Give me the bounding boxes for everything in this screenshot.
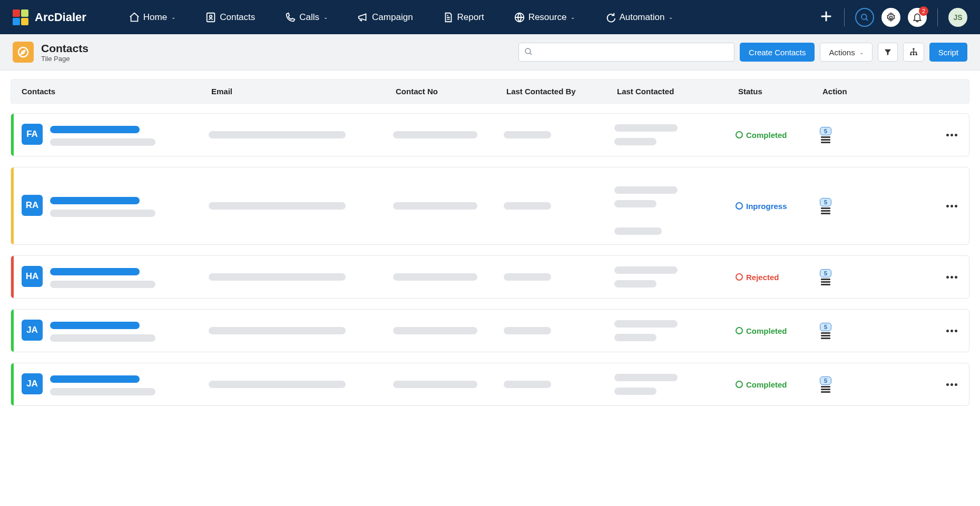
queue-action-button[interactable]: 5 bbox=[820, 198, 831, 214]
nav-home[interactable]: Home ⌄ bbox=[129, 12, 175, 23]
nav-automation[interactable]: Automation ⌄ bbox=[604, 12, 673, 23]
more-actions-button[interactable] bbox=[946, 205, 957, 207]
top-nav: ArcDialer Home ⌄ Contacts Calls ⌄ Campai… bbox=[0, 0, 980, 34]
home-icon bbox=[129, 12, 140, 23]
lastby-placeholder bbox=[504, 273, 551, 281]
col-last-contacted: Last Contacted bbox=[617, 87, 738, 96]
email-placeholder bbox=[209, 381, 346, 388]
lastcontacted-placeholder bbox=[614, 374, 678, 381]
queue-action-button[interactable]: 5 bbox=[820, 376, 831, 393]
actions-label: Actions bbox=[829, 48, 855, 57]
table-row[interactable]: HARejected5 bbox=[11, 255, 969, 299]
lastby-placeholder bbox=[504, 327, 551, 334]
chevron-down-icon: ⌄ bbox=[859, 49, 864, 55]
contact-name-placeholder bbox=[50, 268, 140, 275]
user-avatar[interactable]: JS bbox=[948, 8, 967, 27]
col-last-contacted-by: Last Contacted By bbox=[506, 87, 617, 96]
lastcontacted-placeholder bbox=[614, 227, 662, 235]
contact-avatar: RA bbox=[22, 195, 43, 216]
script-button[interactable]: Script bbox=[929, 43, 967, 62]
svg-rect-10 bbox=[915, 54, 917, 55]
status-label: Completed bbox=[746, 380, 787, 389]
contact-sub-placeholder bbox=[50, 281, 155, 288]
brand-name: ArcDialer bbox=[35, 11, 86, 24]
contact-name-placeholder bbox=[50, 322, 140, 329]
page-title: Contacts bbox=[41, 42, 89, 55]
lastcontacted-placeholder bbox=[614, 200, 656, 207]
row-body: HARejected5 bbox=[14, 256, 980, 298]
nav-calls[interactable]: Calls ⌄ bbox=[285, 12, 328, 23]
queue-action-button[interactable]: 5 bbox=[820, 127, 831, 143]
email-placeholder bbox=[209, 202, 346, 210]
contact-avatar: HA bbox=[22, 266, 43, 287]
filter-icon bbox=[884, 48, 892, 56]
search-icon bbox=[860, 13, 869, 22]
stack-icon bbox=[821, 207, 830, 214]
nav-contacts[interactable]: Contacts bbox=[205, 12, 255, 23]
global-search-button[interactable] bbox=[855, 8, 874, 27]
nav-report-label: Report bbox=[457, 12, 484, 23]
queue-action-button[interactable]: 5 bbox=[820, 323, 831, 339]
contact-sub-placeholder bbox=[50, 210, 155, 217]
separator bbox=[844, 8, 845, 26]
row-body: JACompleted5 bbox=[14, 310, 980, 352]
nav-report[interactable]: Report bbox=[443, 12, 484, 23]
notifications-button[interactable]: 2 bbox=[908, 8, 927, 27]
contact-avatar: JA bbox=[22, 320, 43, 341]
nav-campaign[interactable]: Campaign bbox=[357, 12, 413, 23]
lastby-placeholder bbox=[504, 131, 551, 138]
create-contacts-button[interactable]: Create Contacts bbox=[740, 43, 815, 62]
queue-count-badge: 5 bbox=[820, 376, 831, 385]
more-actions-button[interactable] bbox=[946, 383, 957, 386]
col-contacts: Contacts bbox=[22, 87, 211, 96]
brand-block[interactable]: ArcDialer bbox=[13, 9, 86, 25]
status-cell: Inprogress bbox=[736, 202, 820, 211]
table-row[interactable]: RAInprogress5 bbox=[11, 167, 969, 245]
queue-count-badge: 5 bbox=[820, 127, 831, 135]
contact-avatar: FA bbox=[22, 124, 43, 145]
more-actions-button[interactable] bbox=[946, 276, 957, 279]
lastcontacted-placeholder bbox=[614, 124, 678, 132]
logo-icon bbox=[13, 9, 28, 25]
nav-resource[interactable]: Resource ⌄ bbox=[514, 12, 575, 23]
table-area: Contacts Email Contact No Last Contacted… bbox=[0, 71, 980, 432]
chevron-down-icon: ⌄ bbox=[171, 14, 175, 20]
table-row[interactable]: JACompleted5 bbox=[11, 309, 969, 352]
hierarchy-button[interactable] bbox=[903, 43, 924, 62]
filter-button[interactable] bbox=[878, 43, 898, 62]
resource-icon bbox=[514, 12, 525, 23]
table-row[interactable]: FACompleted5 bbox=[11, 113, 969, 156]
automation-icon bbox=[604, 12, 616, 23]
add-button[interactable] bbox=[819, 9, 834, 26]
contact-sub-placeholder bbox=[50, 388, 155, 395]
notification-badge: 2 bbox=[919, 6, 928, 16]
actions-dropdown[interactable]: Actions ⌄ bbox=[820, 43, 872, 62]
hierarchy-icon bbox=[909, 47, 918, 57]
status-ring-icon bbox=[736, 327, 743, 334]
row-body: FACompleted5 bbox=[14, 114, 980, 156]
nav-home-label: Home bbox=[143, 12, 167, 23]
create-label: Create Contacts bbox=[749, 48, 806, 57]
status-cell: Completed bbox=[736, 380, 820, 389]
svg-rect-8 bbox=[910, 54, 912, 55]
contactno-placeholder bbox=[393, 202, 477, 210]
status-label: Completed bbox=[746, 131, 787, 140]
queue-count-badge: 5 bbox=[820, 269, 831, 277]
contactno-placeholder bbox=[393, 327, 477, 334]
search-input[interactable] bbox=[518, 43, 734, 62]
phone-icon bbox=[285, 12, 296, 23]
status-ring-icon bbox=[736, 202, 743, 210]
svg-point-6 bbox=[525, 48, 531, 54]
contactno-placeholder bbox=[393, 273, 477, 281]
svg-rect-7 bbox=[913, 48, 914, 50]
more-actions-button[interactable] bbox=[946, 330, 957, 332]
nav-automation-label: Automation bbox=[619, 12, 664, 23]
gear-icon bbox=[886, 12, 896, 23]
nav-items: Home ⌄ Contacts Calls ⌄ Campaign Report … bbox=[129, 12, 819, 23]
report-icon bbox=[443, 12, 454, 23]
settings-button[interactable] bbox=[881, 8, 900, 27]
table-row[interactable]: JACompleted5 bbox=[11, 363, 969, 406]
col-contact-no: Contact No bbox=[396, 87, 506, 96]
more-actions-button[interactable] bbox=[946, 134, 957, 136]
queue-action-button[interactable]: 5 bbox=[820, 269, 831, 285]
